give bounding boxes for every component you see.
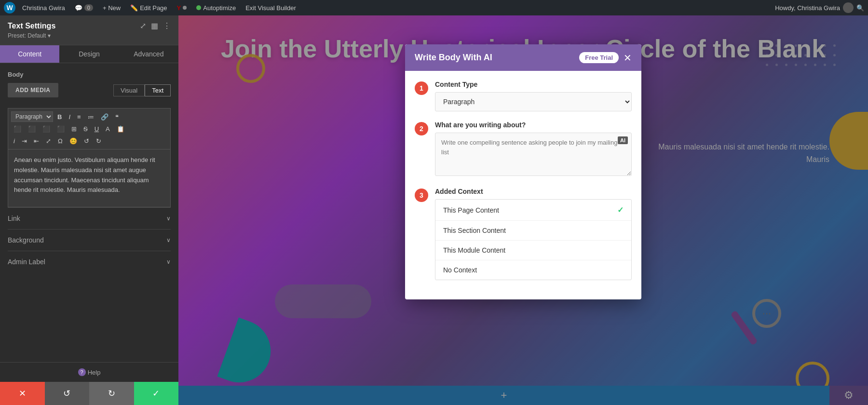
editor-toolbar: Paragraph B I ≡ ≔ 🔗 ❝ ⬛ ⬛ ⬛ ⬛ ⊞ S U A 📋 [8, 108, 171, 149]
special-char-button[interactable]: Ω [55, 136, 65, 146]
panel-footer: ? Help [0, 362, 178, 382]
link-section: Link ∨ [8, 207, 171, 229]
copy-paste-button[interactable]: 📋 [114, 124, 127, 134]
help-icon: ? [78, 368, 86, 376]
panel-icons: ⤢ ▦ ⋮ [140, 21, 171, 30]
redo-editor-button[interactable]: ↻ [94, 136, 104, 146]
help-link[interactable]: ? Help [8, 368, 171, 376]
panel-title: Text Settings [8, 22, 55, 30]
bold-button[interactable]: B [55, 112, 64, 122]
redo-button[interactable]: ↻ [89, 382, 134, 405]
fullscreen-icon[interactable]: ⤢ [140, 21, 146, 30]
left-panel: Text Settings ⤢ ▦ ⋮ Preset: Default ▾ Co… [0, 15, 178, 405]
site-name[interactable]: Christina Gwira [19, 3, 68, 13]
editor-body[interactable]: Anean eu enim justo. Vestibulum aliquam … [8, 149, 171, 207]
link-header[interactable]: Link ∨ [8, 215, 171, 222]
panel-actions: ✕ ↺ ↻ ✓ [0, 382, 178, 405]
layout-icon[interactable]: ▦ [151, 21, 158, 30]
fullscreen-editor-button[interactable]: ⤢ [43, 136, 54, 146]
justify-button[interactable]: ⬛ [54, 124, 67, 134]
table-button[interactable]: ⊞ [69, 124, 79, 134]
link-arrow: ∨ [166, 215, 171, 222]
undo-button[interactable]: ↺ [45, 382, 90, 405]
yoast-icon: Y [177, 4, 181, 12]
undo-editor-button[interactable]: ↺ [81, 136, 92, 146]
edit-page-button[interactable]: ✏️ Edit Page [127, 3, 170, 13]
comments-link[interactable]: 💬 0 [72, 3, 96, 13]
save-button[interactable]: ✓ [134, 382, 179, 405]
autoptimize-item[interactable]: Autoptimize [193, 3, 239, 13]
modal-title: Write Body With AI [415, 53, 492, 63]
modal-close-button[interactable]: ✕ [624, 53, 632, 63]
text-color-button[interactable]: A [103, 124, 112, 134]
admin-label-section: Admin Label ∨ [8, 251, 171, 272]
tab-design[interactable]: Design [59, 45, 119, 63]
tab-content[interactable]: Content [0, 45, 59, 63]
strikethrough-button[interactable]: S [81, 124, 90, 134]
free-trial-badge[interactable]: Free Trial [579, 52, 619, 63]
check-icon-page: ✓ [617, 205, 624, 215]
preset-selector[interactable]: Preset: Default ▾ [8, 32, 171, 39]
context-item-section[interactable]: This Section Content [435, 221, 631, 241]
unordered-list-button[interactable]: ≡ [75, 112, 83, 122]
main-canvas: Join the Utterly Hysterical Inner Circle… [178, 15, 868, 405]
background-header[interactable]: Background ∨ [8, 236, 171, 244]
tab-advanced[interactable]: Advanced [119, 45, 178, 63]
body-label: Body [8, 71, 171, 78]
step-2-label: What are you writing about? [435, 121, 632, 129]
underline-button[interactable]: U [92, 124, 101, 134]
outdent-button[interactable]: ⇤ [31, 136, 41, 146]
panel-header: Text Settings ⤢ ▦ ⋮ Preset: Default ▾ [0, 15, 178, 45]
comment-count: 0 [84, 4, 93, 11]
admin-label-arrow: ∨ [166, 258, 171, 265]
comment-icon: 💬 [75, 4, 82, 12]
exit-builder-button[interactable]: Exit Visual Builder [243, 3, 299, 13]
italic-button[interactable]: I [66, 112, 73, 122]
paragraph-select[interactable]: Paragraph [11, 111, 53, 122]
modal-header: Write Body With AI Free Trial ✕ [405, 44, 641, 71]
blockquote-button[interactable]: ❝ [113, 112, 121, 122]
indent-button[interactable]: ⇥ [19, 136, 29, 146]
wordpress-icon[interactable]: W [4, 2, 15, 14]
italic2-button[interactable]: i [11, 136, 17, 146]
edit-icon: ✏️ [130, 4, 138, 12]
howdy-label: Howdy, Christina Gwira [775, 4, 840, 12]
modal-step-3: 3 Added Context This Page Content ✓ This… [415, 188, 632, 280]
step-1-label: Content Type [435, 81, 632, 88]
autoptimize-status-dot [196, 5, 201, 10]
add-media-button[interactable]: ADD MEDIA [8, 83, 58, 97]
step-3-content: Added Context This Page Content ✓ This S… [435, 188, 632, 280]
background-arrow: ∨ [166, 237, 171, 243]
admin-label-header[interactable]: Admin Label ∨ [8, 258, 171, 266]
modal-step-1: 1 Content Type Paragraph Heading List Bu… [415, 81, 632, 111]
yoast-status-dot [183, 6, 187, 10]
align-center-button[interactable]: ⬛ [26, 124, 38, 134]
content-type-select[interactable]: Paragraph Heading List Button [435, 92, 632, 111]
background-section: Background ∨ [8, 229, 171, 251]
context-item-page[interactable]: This Page Content ✓ [435, 200, 631, 221]
step-2-number: 2 [415, 122, 428, 135]
modal-overlay: Write Body With AI Free Trial ✕ 1 Conten… [178, 15, 868, 405]
context-item-module[interactable]: This Module Content [435, 241, 631, 260]
context-item-none[interactable]: No Context [435, 260, 631, 280]
search-icon[interactable]: 🔍 [856, 4, 864, 12]
yoast-item[interactable]: Y [174, 3, 190, 13]
new-button[interactable]: + New [100, 3, 123, 13]
step-1-content: Content Type Paragraph Heading List Butt… [435, 81, 632, 111]
step-1-number: 1 [415, 81, 428, 95]
align-right-button[interactable]: ⬛ [40, 124, 53, 134]
emoji-button[interactable]: 😊 [67, 136, 80, 146]
text-mode-button[interactable]: Text [145, 84, 171, 96]
align-left-button[interactable]: ⬛ [11, 124, 24, 134]
user-avatar [843, 2, 854, 13]
more-icon[interactable]: ⋮ [163, 21, 171, 30]
visual-mode-button[interactable]: Visual [113, 84, 145, 96]
ordered-list-button[interactable]: ≔ [85, 112, 96, 122]
cancel-button[interactable]: ✕ [0, 382, 45, 405]
writing-textarea[interactable] [435, 133, 632, 176]
step-3-number: 3 [415, 189, 428, 202]
link-button[interactable]: 🔗 [98, 112, 111, 122]
ai-badge: AI [618, 136, 628, 144]
editor-mode-buttons: Visual Text [113, 84, 171, 96]
ai-modal: Write Body With AI Free Trial ✕ 1 Conten… [405, 44, 641, 299]
